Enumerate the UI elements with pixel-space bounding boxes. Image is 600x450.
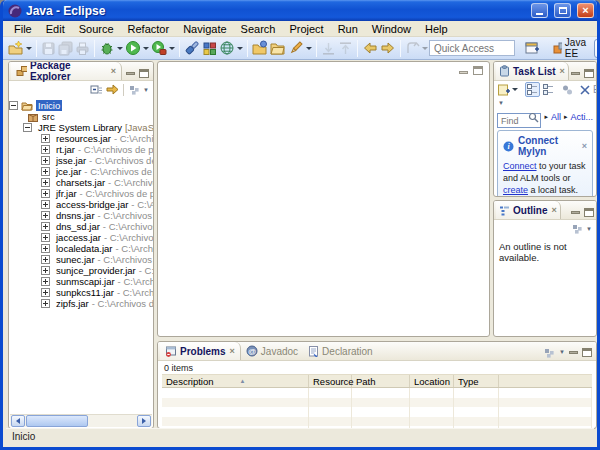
categorized-presentation-button[interactable] [525, 82, 540, 97]
tab-outline[interactable]: Outline × [496, 201, 561, 219]
tree-item-jar[interactable]: zipfs.jar - C:\Archivos de progr [9, 298, 153, 309]
close-tab-icon[interactable]: × [229, 347, 235, 356]
expander-icon[interactable] [41, 244, 50, 253]
close-tab-icon[interactable]: × [110, 67, 116, 76]
maximize-view-icon[interactable] [582, 348, 592, 357]
filter-all-link[interactable]: All [551, 112, 561, 122]
expander-icon[interactable] [41, 222, 50, 231]
open-folder-button[interactable] [269, 38, 287, 58]
expander-icon[interactable] [41, 178, 50, 187]
last-edit-location-button[interactable] [404, 38, 429, 58]
tree-item-jar[interactable]: localedata.jar - C:\Archivos de [9, 243, 153, 254]
open-perspective-button[interactable] [523, 38, 541, 58]
tab-package-explorer[interactable]: Package Explorer × [11, 62, 122, 80]
open-type-button[interactable] [201, 38, 218, 58]
scroll-right-button[interactable] [137, 415, 151, 427]
filter-active-link[interactable]: Acti... [570, 112, 593, 122]
save-button[interactable] [40, 38, 57, 58]
web-browser-button[interactable] [218, 38, 244, 58]
close-tab-icon[interactable]: × [550, 206, 556, 215]
debug-button[interactable] [98, 38, 124, 58]
tab-task-list[interactable]: Task List × [496, 62, 569, 80]
deactivate-task-button[interactable] [579, 84, 591, 96]
close-notification-icon[interactable]: × [582, 141, 587, 151]
column-description[interactable]: Description▲ [162, 375, 309, 387]
menu-item[interactable]: File [7, 23, 39, 35]
perspective-java[interactable]: J Java [594, 39, 600, 58]
tree-item-jar[interactable]: jsse.jar - C:\Archivos de progra [9, 155, 153, 166]
expander-icon[interactable] [41, 299, 50, 308]
tree-item-jar[interactable]: dnsns.jar - C:\Archivos de prog [9, 210, 153, 221]
table-row[interactable] [162, 388, 592, 398]
view-menu-chevron-icon[interactable]: ▼ [586, 226, 592, 232]
view-menu-icon[interactable] [128, 84, 140, 96]
expander-icon[interactable] [41, 255, 50, 264]
tree-item-jar[interactable]: jaccess.jar - C:\Archivos de pro [9, 232, 153, 243]
focus-button[interactable] [561, 84, 573, 96]
expander-icon[interactable] [41, 288, 50, 297]
previous-annotation-button[interactable] [337, 38, 354, 58]
tree-item-src[interactable]: src [9, 111, 153, 122]
magnifier-icon[interactable] [528, 112, 539, 123]
column-location[interactable]: Location [410, 375, 454, 387]
menu-item[interactable]: Run [331, 23, 365, 35]
tree-item-jar[interactable]: access-bridge.jar - C:\Archivos [9, 199, 153, 210]
minimize-editor-icon[interactable] [459, 71, 468, 74]
tree-item-jar[interactable]: resources.jar - C:\Archivos de programa [9, 133, 153, 144]
minimize-button[interactable] [531, 3, 548, 18]
minimize-view-icon[interactable] [571, 72, 580, 75]
table-row[interactable] [162, 398, 592, 408]
open-task-button[interactable] [251, 38, 269, 58]
minimize-view-icon[interactable] [126, 72, 135, 75]
expander-icon[interactable] [41, 233, 50, 242]
column-resource[interactable]: Resource [309, 375, 352, 387]
tree-item-jar[interactable]: rt.jar - C:\Archivos de programa [9, 144, 153, 155]
view-menu-chevron-icon[interactable]: ▼ [143, 87, 149, 93]
minimize-view-icon[interactable] [569, 351, 578, 354]
external-tools-button[interactable] [150, 38, 176, 58]
tree-item-project[interactable]: Inicio [9, 100, 153, 111]
tree-item-jar[interactable]: sunjce_provider.jar - C:\Archiv [9, 265, 153, 276]
maximize-editor-icon[interactable] [473, 66, 483, 75]
column-path[interactable]: Path [352, 375, 410, 387]
tab-problems[interactable]: Problems × [160, 342, 241, 360]
view-menu-chevron-icon[interactable]: ▼ [559, 349, 565, 355]
column-type[interactable]: Type [454, 375, 499, 387]
expander-icon[interactable] [41, 167, 50, 176]
expander-icon[interactable] [41, 277, 50, 286]
table-row[interactable] [162, 407, 592, 417]
view-menu-icon[interactable] [571, 223, 583, 235]
next-annotation-button[interactable] [320, 38, 337, 58]
menu-item[interactable]: Edit [39, 23, 72, 35]
back-button[interactable] [361, 38, 379, 58]
expander-icon[interactable] [23, 123, 32, 132]
collapse-all-icon[interactable] [90, 83, 103, 96]
tree-item-jar[interactable]: sunmscapi.jar - C:\Archivos de [9, 276, 153, 287]
menu-item[interactable]: Navigate [176, 23, 233, 35]
tree-item-jar[interactable]: sunpkcs11.jar - C:\Archivos de [9, 287, 153, 298]
menu-item[interactable]: Help [418, 23, 455, 35]
perspective-java-ee[interactable]: Java EE [549, 39, 594, 58]
quick-access-input[interactable] [429, 40, 515, 56]
link-with-editor-icon[interactable] [106, 83, 119, 96]
toolbar-overflow-chevron-icon[interactable]: ▼ [498, 100, 504, 106]
table-row[interactable] [162, 417, 592, 427]
tree-item-jre[interactable]: JRE System Library [JavaSE-1.7] [9, 122, 153, 133]
maximize-view-icon[interactable] [139, 69, 149, 78]
tab-declaration[interactable]: Declaration [303, 342, 378, 360]
tree-item-jar[interactable]: charsets.jar - C:\Archivos de pr [9, 177, 153, 188]
expander-icon[interactable] [9, 101, 18, 110]
scheduled-presentation-button[interactable] [542, 83, 555, 96]
view-menu-icon[interactable] [543, 347, 555, 359]
title-bar[interactable]: Java - Eclipse × [3, 0, 597, 21]
mylyn-connect-link[interactable]: Connect [503, 161, 537, 171]
clipped-toolbar-icon[interactable]: E [593, 84, 596, 95]
menu-item[interactable]: Source [72, 23, 121, 35]
scrollbar-thumb[interactable] [26, 415, 88, 427]
expander-icon[interactable] [41, 134, 50, 143]
expander-icon[interactable] [41, 200, 50, 209]
expander-icon[interactable] [41, 145, 50, 154]
highlight-button[interactable] [287, 38, 313, 58]
expander-icon[interactable] [41, 156, 50, 165]
print-button[interactable] [74, 38, 91, 58]
